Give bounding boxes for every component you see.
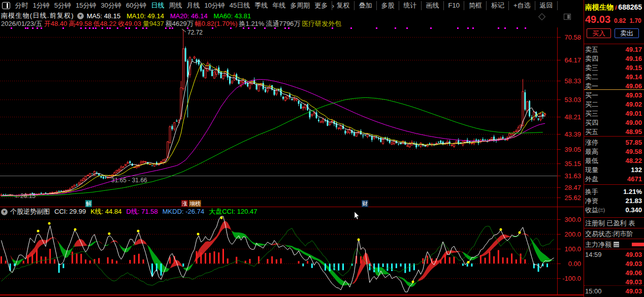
chart-canvas: 70.5864.1758.3353.0348.2143.3939.0535.15… <box>0 0 644 297</box>
svg-text:28.47: 28.47 <box>564 184 581 191</box>
tick-row-4: 15:0049.03 <box>585 287 642 295</box>
info-item-0: 2026/01/23/五 <box>1 19 43 28</box>
svg-text:48.21: 48.21 <box>564 113 581 121</box>
info-item-8: 换1.21% <box>239 19 265 28</box>
buy-level-3: 买三49.01 <box>585 109 642 118</box>
stat-现量: 现量132 <box>585 166 642 174</box>
sub-collapse-icon[interactable]: ▾ <box>1 209 8 215</box>
buy-level-3-label: 买三 <box>585 109 598 118</box>
svg-text:-100.0: -100.0 <box>562 275 581 282</box>
sell-level-4-value: 49.16 <box>625 54 642 63</box>
buy-level-5-value: 48.95 <box>625 127 642 136</box>
stat-外盘: 外盘4671 <box>585 175 642 183</box>
svg-text:53.03: 53.03 <box>564 96 581 104</box>
info-item-7: 幅0.82(1.70%) <box>195 19 238 28</box>
svg-text:39.05: 39.05 <box>564 146 581 153</box>
stat-外盘-label: 外盘 <box>585 175 598 183</box>
chart-badge-3[interactable]: 财 <box>362 200 368 207</box>
panel-separator <box>584 217 644 218</box>
tool-8[interactable]: +自选 <box>508 1 535 10</box>
last-price: 49.03 <box>585 14 610 25</box>
registration-status: 注册制 已盈利 表 <box>585 219 635 227</box>
sub-indicator-values: 个股逆势副图CCI: 29.99K线: 44.84D线: 71.58MKDD: … <box>10 207 262 216</box>
tool-3[interactable]: 统计 <box>399 1 421 10</box>
stat2-1: 净资21.83 <box>585 196 642 205</box>
tool-1[interactable]: 叠加 <box>354 1 376 10</box>
stat-涨停-label: 涨停 <box>585 138 598 147</box>
tick-row-2-value: 49.06 <box>625 269 642 277</box>
svg-text:64.17: 64.17 <box>564 56 581 64</box>
sell-level-5: 卖五49.17 <box>585 45 642 54</box>
tools-menu: 复权叠加多股统计画线F10简框标记+自选返回 <box>332 1 558 11</box>
tool-6[interactable]: 简框 <box>464 1 486 10</box>
svg-text:←26.15: ←26.15 <box>14 192 36 200</box>
tool-2[interactable]: 多股 <box>376 1 399 10</box>
stat2-0-label: 换手 <box>585 187 598 196</box>
sell-level-4-label: 卖四 <box>585 54 598 63</box>
app-logo-icon[interactable] <box>2 2 10 9</box>
trading-app: 70.5864.1758.3353.0348.2143.3939.0535.15… <box>0 0 644 297</box>
chart-badge-0[interactable]: 解 <box>85 200 92 207</box>
svg-text:43.39: 43.39 <box>564 130 581 138</box>
stat-最低: 最低48.22 <box>585 156 642 165</box>
buy-level-5-label: 买五 <box>585 127 598 136</box>
ma-values: MA5: 48.15MA10: 49.14MA20: 46.14MA60: 43… <box>87 12 257 20</box>
svg-text:72.72: 72.72 <box>187 29 203 36</box>
sub-item-5: 大盘CCI: 120.47 <box>209 208 257 215</box>
trade-status: 交易状态:闭市阶 <box>585 229 633 238</box>
stat-现量-label: 现量 <box>585 166 598 174</box>
quote-info-row: 2026/01/23/五开48.40高49.58低48.22收49.03量943… <box>1 20 343 27</box>
sell-button[interactable]: 卖出 <box>615 28 639 38</box>
chart-badge-1[interactable]: 涨 <box>181 200 188 207</box>
sell-level-3-label: 卖三 <box>585 63 598 72</box>
sub-item-4: MKDD: -26.74 <box>163 208 204 215</box>
stat2-1-label: 净资 <box>585 196 598 205</box>
sell-level-2-value: 49.14 <box>625 73 642 81</box>
list-icon[interactable] <box>614 242 619 247</box>
tick-row-1-value: 49.03 <box>625 259 642 268</box>
info-item-3: 低48.22 <box>93 19 117 28</box>
info-item-6: 额4629万 <box>166 19 194 28</box>
svg-text:31.63: 31.63 <box>564 172 581 180</box>
svg-text:58.33: 58.33 <box>564 77 581 85</box>
quote-panel: 南模生物i688265 49.030.821.70 卖五49.17卖四49.16… <box>584 0 644 297</box>
stat-外盘-value: 4671 <box>627 175 642 183</box>
svg-text:200.0: 200.0 <box>564 230 581 238</box>
tool-4[interactable]: 画线 <box>421 1 443 10</box>
tick-row-0-label: 14:59 <box>585 250 602 259</box>
sub-item-0: 个股逆势副图 <box>10 208 50 215</box>
svg-text:0.00: 0.00 <box>568 260 581 268</box>
buy-level-1: 买一49.03 <box>585 91 642 100</box>
collapse-icon[interactable]: ▾ <box>77 13 84 19</box>
buy-level-2-label: 买二 <box>585 100 598 109</box>
buy-button[interactable]: 买入 <box>587 28 611 38</box>
info-icon[interactable]: i <box>615 4 617 11</box>
stat2-2: 收益㈢0.340 <box>585 206 642 214</box>
panel-separator <box>584 249 644 249</box>
sell-level-5-value: 49.17 <box>625 45 642 54</box>
tool-9[interactable]: 返回 <box>535 1 558 10</box>
panel-separator <box>584 184 644 185</box>
sell-level-3-value: 49.15 <box>625 63 642 72</box>
tool-0[interactable]: 复权 <box>332 1 354 10</box>
sell-level-2: 卖二49.14 <box>585 73 642 81</box>
chart-badge-2[interactable]: 增榜 <box>189 200 201 207</box>
price-change: 0.82 <box>614 17 626 24</box>
buy-level-4: 买四49.00 <box>585 118 642 127</box>
stat-最高-value: 49.58 <box>625 147 642 156</box>
svg-text:25.62: 25.62 <box>564 194 581 202</box>
tick-row-0-value: 49.03 <box>625 250 642 259</box>
panel-separator <box>584 285 644 286</box>
main-flow-bar <box>632 243 644 246</box>
tool-5[interactable]: F10 <box>443 1 464 10</box>
ma-label-0: MA5: 48.15 <box>87 12 121 20</box>
info-item-2: 高49.58 <box>69 19 92 28</box>
sell-level-4: 卖四49.16 <box>585 54 642 63</box>
tool-7[interactable]: 标记 <box>486 1 508 10</box>
buy-level-1-label: 买一 <box>585 91 598 100</box>
tick-row-4-label: 15:00 <box>585 287 602 295</box>
info-item-4: 收49.03 <box>118 19 141 28</box>
svg-text:100.0: 100.0 <box>564 245 581 253</box>
window-split-icon[interactable] <box>564 14 571 20</box>
sub-item-3: D线: 71.58 <box>126 208 158 215</box>
